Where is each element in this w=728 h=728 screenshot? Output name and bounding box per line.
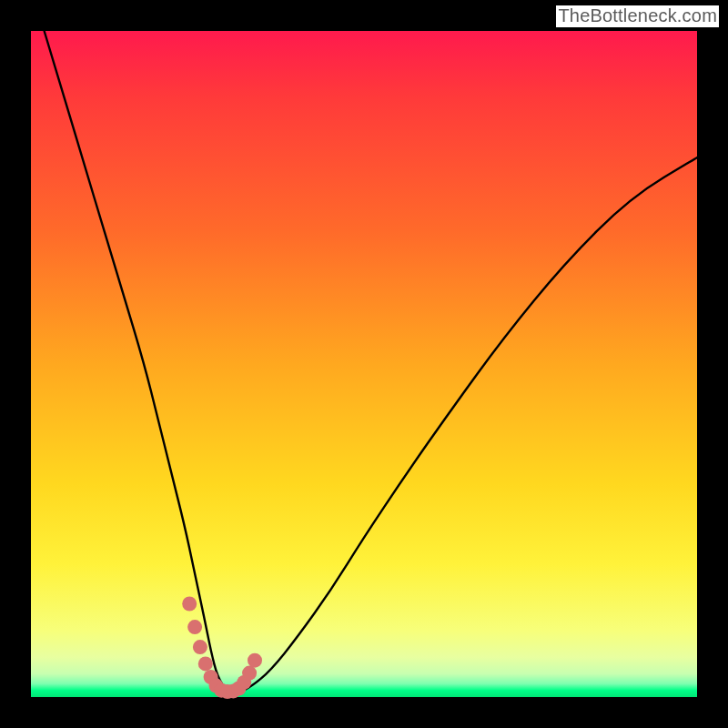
marker-dot: [242, 666, 257, 681]
chart-frame: TheBottleneck.com: [0, 0, 728, 728]
marker-dot: [193, 640, 207, 654]
bottleneck-zone-marker: [182, 597, 262, 700]
marker-dot: [198, 656, 213, 671]
marker-dot: [187, 620, 202, 634]
watermark-text: TheBottleneck.com: [556, 5, 719, 27]
marker-dot: [248, 653, 262, 668]
bottleneck-curve: [45, 31, 697, 693]
marker-dot: [182, 597, 197, 612]
chart-svg: [31, 31, 697, 697]
